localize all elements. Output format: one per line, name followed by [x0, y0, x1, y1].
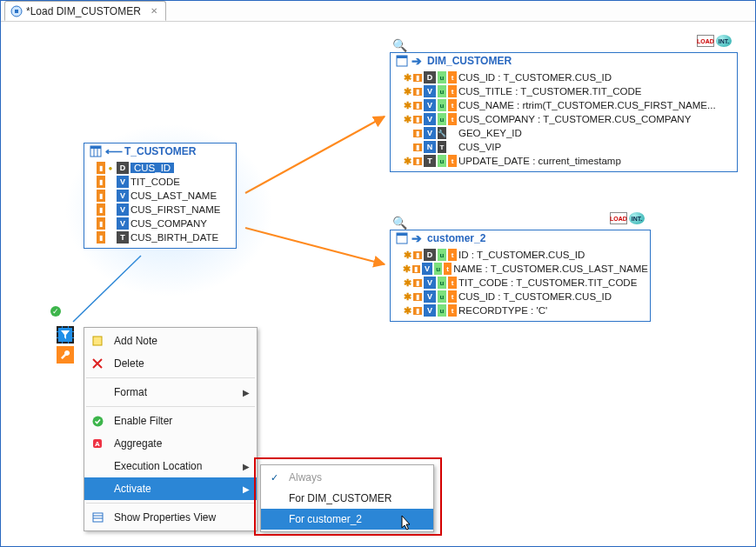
- menu-execution-location[interactable]: Execution Location ▶: [84, 455, 257, 477]
- tab-load-dim-customer[interactable]: *Load DIM_CUSTOMER ✕: [4, 1, 166, 21]
- svg-rect-17: [93, 513, 103, 522]
- status-check-icon: ✓: [50, 306, 61, 317]
- menu-enable-filter[interactable]: Enable Filter: [84, 410, 257, 432]
- table-icon: [90, 145, 102, 157]
- mouse-cursor: [401, 515, 413, 532]
- aggregate-icon: A: [90, 438, 105, 449]
- load-badge: LOAD: [697, 35, 714, 47]
- editor-viewport: *Load DIM_CUSTOMER ✕ ⟵ T_CUSTOMER: [0, 0, 756, 547]
- menu-activate[interactable]: Activate ▶: [84, 477, 257, 500]
- close-icon[interactable]: ✕: [148, 6, 160, 16]
- svg-text:A: A: [95, 440, 100, 448]
- mapping-row[interactable]: ✱▮Vut CUS_NAME : rtrim(T_CUSTOMER.CUS_FI…: [392, 98, 735, 112]
- right-arrow-icon: ➔: [411, 55, 422, 67]
- column-row[interactable]: ▮● D CUS_ID: [86, 161, 234, 175]
- mapping-row[interactable]: ✱▮Dut CUS_ID : T_CUSTOMER.CUS_ID: [392, 70, 735, 84]
- source-title: T_CUSTOMER: [124, 145, 196, 157]
- menu-separator: [86, 377, 255, 378]
- source-columns: ▮● D CUS_ID ▮ V TIT_CODE ▮ V CUS_LAST_NA…: [84, 159, 236, 248]
- delete-icon: [90, 358, 105, 369]
- tab-bar: *Load DIM_CUSTOMER ✕: [1, 1, 755, 22]
- column-row[interactable]: ▮ V CUS_COMPANY: [86, 217, 234, 230]
- int-badge: INT.: [716, 35, 732, 47]
- target1-columns: ✱▮Dut CUS_ID : T_CUSTOMER.CUS_ID ✱▮Vut C…: [391, 69, 737, 171]
- wrench-icon: [57, 346, 74, 364]
- svg-rect-13: [93, 337, 102, 345]
- note-icon: [90, 335, 105, 347]
- int-badge: INT.: [629, 212, 645, 224]
- mapping-row[interactable]: ✱▮Vut RECORDTYPE : 'C': [392, 304, 648, 317]
- source-node[interactable]: ⟵ T_CUSTOMER ▮● D CUS_ID ▮ V TIT_CODE ▮ …: [84, 143, 237, 249]
- menu-format[interactable]: Format ▶: [84, 381, 257, 404]
- column-row[interactable]: ▮ V CUS_FIRST_NAME: [86, 203, 234, 217]
- highlight-box: [254, 457, 442, 536]
- wrench-tool[interactable]: [56, 345, 75, 364]
- target2-header[interactable]: ➔ customer_2: [391, 230, 650, 246]
- menu-add-note[interactable]: Add Note: [84, 330, 257, 352]
- left-arrow-icon: ⟵: [105, 145, 123, 157]
- mapping-row[interactable]: ✱▮Dut ID : T_CUSTOMER.CUS_ID: [392, 248, 648, 262]
- menu-aggregate[interactable]: A Aggregate: [84, 432, 257, 455]
- svg-rect-1: [15, 10, 18, 13]
- column-row[interactable]: ▮ T CUS_BIRTH_DATE: [86, 230, 234, 244]
- target2-title: customer_2: [427, 232, 485, 244]
- mapping-row[interactable]: ✱▮Vut CUS_TITLE : T_CUSTOMER.TIT_CODE: [392, 84, 735, 98]
- load-int-badges: LOAD INT.: [610, 212, 645, 224]
- mapping-row[interactable]: ✱▮Vut CUS_ID : T_CUSTOMER.CUS_ID: [392, 290, 648, 304]
- type-badge: D: [117, 162, 129, 174]
- target1-header[interactable]: ➔ DIM_CUSTOMER: [391, 53, 737, 69]
- chevron-right-icon: ▶: [243, 388, 250, 397]
- menu-separator: [86, 406, 255, 407]
- filter-icon: [57, 326, 74, 344]
- mapping-icon: [10, 5, 23, 17]
- right-arrow-icon: ➔: [411, 232, 422, 244]
- filter-tool[interactable]: [56, 325, 75, 344]
- magnifier-icon[interactable]: 🔍: [392, 38, 407, 52]
- svg-rect-10: [397, 56, 407, 58]
- target-node-dim-customer[interactable]: ➔ DIM_CUSTOMER ✱▮Dut CUS_ID : T_CUSTOMER…: [390, 52, 738, 172]
- target-node-customer2[interactable]: ➔ customer_2 ✱▮Dut ID : T_CUSTOMER.CUS_I…: [390, 230, 651, 322]
- menu-delete[interactable]: Delete: [84, 352, 257, 375]
- context-menu: Add Note Delete Format ▶ Enable Filter: [84, 327, 258, 531]
- mapping-row[interactable]: ✱▮Vut CUS_COMPANY : T_CUSTOMER.CUS_COMPA…: [392, 112, 735, 126]
- tab-title: *Load DIM_CUSTOMER: [26, 5, 141, 17]
- target1-title: DIM_CUSTOMER: [427, 55, 512, 67]
- mapping-row[interactable]: ✱▮V 🔧 GEO_KEY_ID: [392, 126, 735, 140]
- chevron-right-icon: ▶: [243, 462, 250, 471]
- svg-rect-12: [397, 233, 407, 236]
- mapping-row[interactable]: ✱▮Vut TIT_CODE : T_CUSTOMER.TIT_CODE: [392, 276, 648, 290]
- mapping-row[interactable]: ✱▮NT CUS_VIP: [392, 140, 735, 154]
- column-row[interactable]: ▮ V CUS_LAST_NAME: [86, 189, 234, 203]
- menu-separator: [86, 503, 255, 504]
- wrench-icon: 🔧: [438, 127, 446, 139]
- properties-icon: [90, 512, 105, 523]
- menu-show-properties[interactable]: Show Properties View: [84, 506, 257, 529]
- tool-stack[interactable]: [56, 325, 75, 365]
- magnifier-icon[interactable]: 🔍: [392, 216, 407, 230]
- svg-rect-6: [90, 146, 101, 149]
- load-int-badges: LOAD INT.: [697, 35, 732, 47]
- column-row[interactable]: ▮ V TIT_CODE: [86, 175, 234, 189]
- mapping-canvas[interactable]: ⟵ T_CUSTOMER ▮● D CUS_ID ▮ V TIT_CODE ▮ …: [2, 23, 754, 545]
- mapping-row[interactable]: ✱▮Tut UPDATE_DATE : current_timestamp: [392, 154, 735, 168]
- table-icon: [396, 232, 408, 244]
- mapping-row[interactable]: ✱▮Vut NAME : T_CUSTOMER.CUS_LAST_NAME: [392, 262, 648, 276]
- chevron-right-icon: ▶: [243, 484, 250, 494]
- target2-columns: ✱▮Dut ID : T_CUSTOMER.CUS_ID ✱▮Vut NAME …: [391, 246, 650, 321]
- table-icon: [396, 55, 408, 67]
- source-node-header[interactable]: ⟵ T_CUSTOMER: [84, 143, 236, 159]
- check-circle-icon: [90, 416, 105, 427]
- load-badge: LOAD: [610, 212, 627, 224]
